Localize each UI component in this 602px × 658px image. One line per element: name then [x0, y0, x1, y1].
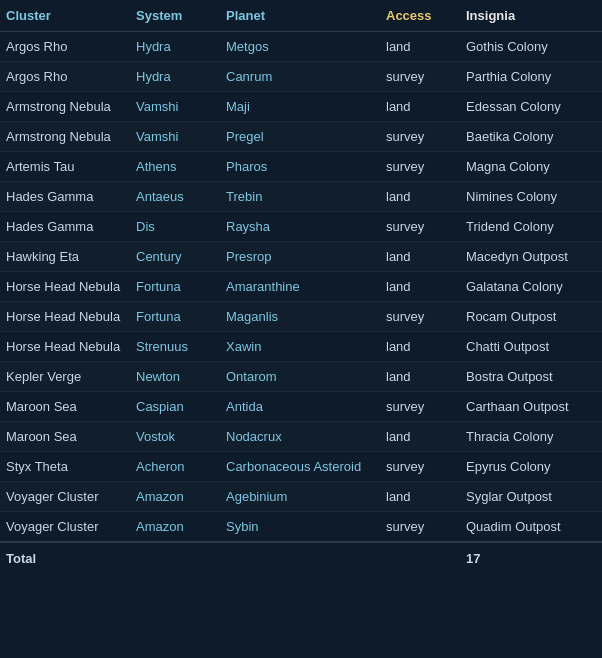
cell-planet: Maji [220, 92, 380, 122]
cell-planet: Sybin [220, 512, 380, 543]
table-row: Artemis TauAthensPharossurveyMagna Colon… [0, 152, 602, 182]
cell-cluster: Horse Head Nebula [0, 302, 130, 332]
cell-system: Dis [130, 212, 220, 242]
cell-access: survey [380, 392, 460, 422]
cell-insignia: Tridend Colony [460, 212, 602, 242]
cell-access: survey [380, 302, 460, 332]
cell-system: Amazon [130, 482, 220, 512]
table-row: Horse Head NebulaFortunaMaganlissurveyRo… [0, 302, 602, 332]
cell-planet: Antida [220, 392, 380, 422]
cell-insignia: Syglar Outpost [460, 482, 602, 512]
cell-system: Hydra [130, 32, 220, 62]
cell-cluster: Horse Head Nebula [0, 332, 130, 362]
table-row: Maroon SeaVostokNodacruxlandThracia Colo… [0, 422, 602, 452]
cell-cluster: Voyager Cluster [0, 512, 130, 543]
table-row: Hades GammaDisRayshasurveyTridend Colony [0, 212, 602, 242]
cell-insignia: Rocam Outpost [460, 302, 602, 332]
cell-insignia: Chatti Outpost [460, 332, 602, 362]
cell-access: land [380, 362, 460, 392]
cell-planet: Raysha [220, 212, 380, 242]
cell-access: land [380, 92, 460, 122]
cell-planet: Pregel [220, 122, 380, 152]
table-row: Armstrong NebulaVamshiMajilandEdessan Co… [0, 92, 602, 122]
cell-planet: Canrum [220, 62, 380, 92]
cell-access: survey [380, 122, 460, 152]
table-row: Kepler VergeNewtonOntaromlandBostra Outp… [0, 362, 602, 392]
cell-cluster: Argos Rho [0, 62, 130, 92]
table-row: Voyager ClusterAmazonAgebiniumlandSyglar… [0, 482, 602, 512]
cell-access: land [380, 272, 460, 302]
table-row: Armstrong NebulaVamshiPregelsurveyBaetik… [0, 122, 602, 152]
footer-count: 17 [460, 542, 602, 574]
cell-cluster: Armstrong Nebula [0, 92, 130, 122]
header-cluster: Cluster [0, 0, 130, 32]
cell-system: Vostok [130, 422, 220, 452]
cell-insignia: Bostra Outpost [460, 362, 602, 392]
cell-insignia: Thracia Colony [460, 422, 602, 452]
table-row: Argos RhoHydraCanrumsurveyParthia Colony [0, 62, 602, 92]
cell-insignia: Magna Colony [460, 152, 602, 182]
cell-planet: Presrop [220, 242, 380, 272]
cell-system: Fortuna [130, 302, 220, 332]
cell-insignia: Carthaan Outpost [460, 392, 602, 422]
table-row: Hades GammaAntaeusTrebinlandNimines Colo… [0, 182, 602, 212]
cell-system: Athens [130, 152, 220, 182]
cell-insignia: Baetika Colony [460, 122, 602, 152]
cell-access: survey [380, 452, 460, 482]
footer-empty-planet [220, 542, 380, 574]
cell-planet: Nodacrux [220, 422, 380, 452]
cell-access: survey [380, 152, 460, 182]
cell-access: survey [380, 62, 460, 92]
cell-system: Century [130, 242, 220, 272]
cell-system: Hydra [130, 62, 220, 92]
cell-cluster: Horse Head Nebula [0, 272, 130, 302]
cell-cluster: Hades Gamma [0, 182, 130, 212]
cell-cluster: Maroon Sea [0, 422, 130, 452]
cell-system: Vamshi [130, 122, 220, 152]
cell-access: survey [380, 212, 460, 242]
cell-access: land [380, 482, 460, 512]
table-row: Horse Head NebulaStrenuusXawinlandChatti… [0, 332, 602, 362]
cell-planet: Metgos [220, 32, 380, 62]
cell-planet: Trebin [220, 182, 380, 212]
cell-planet: Pharos [220, 152, 380, 182]
cell-access: land [380, 32, 460, 62]
cell-insignia: Edessan Colony [460, 92, 602, 122]
table-header-row: Cluster System Planet Access Insignia [0, 0, 602, 32]
cell-access: land [380, 242, 460, 272]
cell-planet: Agebinium [220, 482, 380, 512]
cell-system: Caspian [130, 392, 220, 422]
cell-system: Amazon [130, 512, 220, 543]
cell-access: survey [380, 512, 460, 543]
header-system: System [130, 0, 220, 32]
cell-insignia: Nimines Colony [460, 182, 602, 212]
cell-insignia: Gothis Colony [460, 32, 602, 62]
table-row: Horse Head NebulaFortunaAmaranthinelandG… [0, 272, 602, 302]
table-footer-row: Total 17 [0, 542, 602, 574]
cell-cluster: Argos Rho [0, 32, 130, 62]
header-access: Access [380, 0, 460, 32]
cell-system: Vamshi [130, 92, 220, 122]
table-row: Styx ThetaAcheronCarbonaceous Asteroidsu… [0, 452, 602, 482]
footer-empty-access [380, 542, 460, 574]
footer-empty-system [130, 542, 220, 574]
cell-cluster: Kepler Verge [0, 362, 130, 392]
header-insignia: Insignia [460, 0, 602, 32]
cell-planet: Amaranthine [220, 272, 380, 302]
footer-label: Total [0, 542, 130, 574]
table-row: Argos RhoHydraMetgoslandGothis Colony [0, 32, 602, 62]
cell-planet: Maganlis [220, 302, 380, 332]
cell-system: Strenuus [130, 332, 220, 362]
header-planet: Planet [220, 0, 380, 32]
table-row: Hawking EtaCenturyPresroplandMacedyn Out… [0, 242, 602, 272]
cell-insignia: Quadim Outpost [460, 512, 602, 543]
cell-cluster: Styx Theta [0, 452, 130, 482]
cell-insignia: Galatana Colony [460, 272, 602, 302]
cell-cluster: Hades Gamma [0, 212, 130, 242]
cell-access: land [380, 182, 460, 212]
cell-insignia: Epyrus Colony [460, 452, 602, 482]
cell-cluster: Artemis Tau [0, 152, 130, 182]
cell-planet: Xawin [220, 332, 380, 362]
colonies-table: Cluster System Planet Access Insignia Ar… [0, 0, 602, 574]
cell-cluster: Maroon Sea [0, 392, 130, 422]
